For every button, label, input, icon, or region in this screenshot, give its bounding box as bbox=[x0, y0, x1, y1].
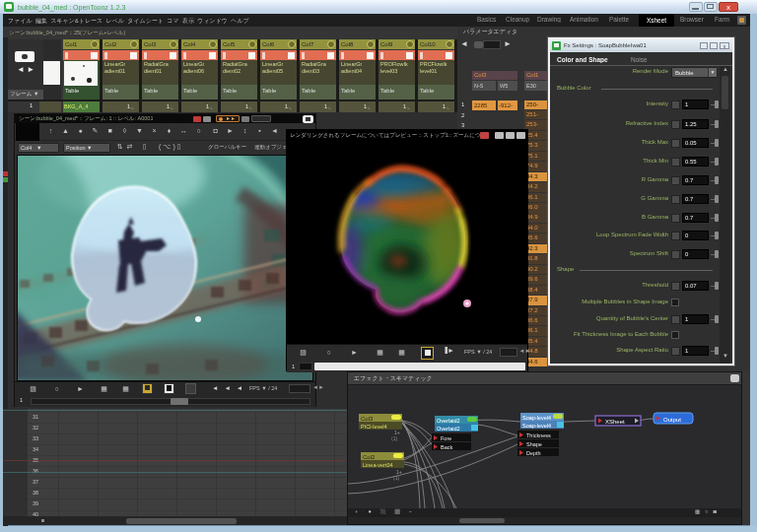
svg-text:PICl-level4: PICl-level4 bbox=[361, 424, 387, 430]
svg-text:Depth: Depth bbox=[526, 450, 541, 456]
svg-text:Thickness: Thickness bbox=[526, 432, 551, 438]
svg-text:Overlaid2: Overlaid2 bbox=[437, 426, 460, 432]
svg-text:XSheet: XSheet bbox=[605, 419, 625, 425]
svg-text:Col2: Col2 bbox=[363, 454, 376, 460]
svg-text:Fore: Fore bbox=[441, 435, 451, 441]
svg-text:Overlaid2: Overlaid2 bbox=[437, 418, 460, 424]
svg-text:(1): (1) bbox=[391, 435, 397, 441]
svg-text:Soap-level4: Soap-level4 bbox=[522, 415, 551, 421]
svg-text:Back: Back bbox=[441, 444, 452, 450]
svg-text:(1): (1) bbox=[393, 475, 399, 481]
svg-text:Linea-vert04: Linea-vert04 bbox=[363, 462, 393, 468]
svg-text:Col3: Col3 bbox=[361, 416, 374, 422]
svg-text:Output: Output bbox=[663, 417, 681, 423]
svg-text:Shape: Shape bbox=[526, 441, 542, 447]
svg-text:Soap-level4: Soap-level4 bbox=[522, 423, 551, 429]
